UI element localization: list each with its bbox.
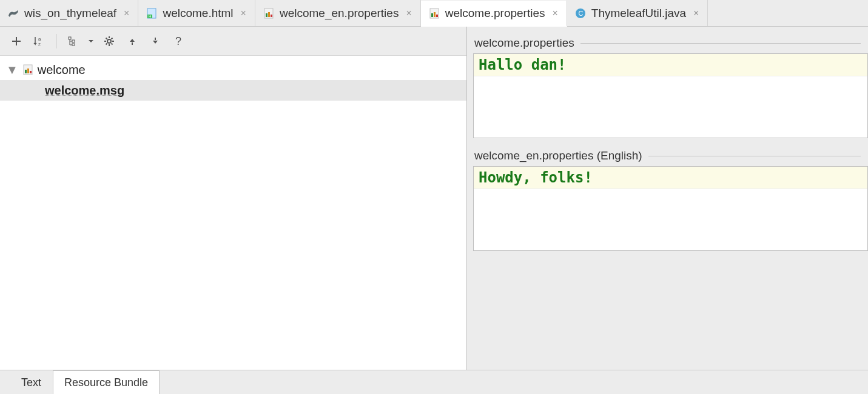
svg-rect-10	[436, 15, 438, 17]
bundle-toolbar: az ?	[0, 27, 466, 56]
editor-group-default: welcome.properties Hallo dan!	[467, 36, 868, 138]
editor-title: welcome.properties	[474, 36, 574, 50]
chevron-down-icon[interactable]: ▼	[6, 63, 18, 77]
bundle-editors: welcome.properties Hallo dan! welcome_en…	[467, 27, 868, 370]
close-icon[interactable]: ×	[552, 8, 557, 19]
svg-rect-9	[434, 12, 436, 17]
editor-group-title: welcome_en.properties (English)	[467, 149, 868, 166]
separator	[56, 34, 56, 48]
help-button[interactable]: ?	[168, 31, 189, 52]
main-area: az ? ▼	[0, 27, 868, 370]
svg-text:C: C	[578, 10, 583, 17]
tab-label: welcome.properties	[445, 7, 545, 20]
tab-label: welcome.html	[163, 7, 233, 20]
svg-rect-22	[27, 68, 29, 73]
tab-wis-on-thymeleaf[interactable]: wis_on_thymeleaf ×	[0, 0, 138, 26]
editor-value[interactable]: Howdy, folks!	[474, 167, 867, 189]
divider	[580, 43, 861, 44]
tree-root[interactable]: ▼ welcome	[0, 59, 466, 80]
close-icon[interactable]: ×	[124, 8, 129, 19]
tree-view-button[interactable]	[62, 31, 83, 52]
close-icon[interactable]: ×	[241, 8, 246, 19]
collapse-all-button[interactable]	[145, 31, 166, 52]
svg-rect-6	[271, 15, 272, 17]
bottom-tab-resource-bundle[interactable]: Resource Bundle	[53, 370, 160, 394]
bottom-tab-label: Resource Bundle	[64, 376, 148, 389]
svg-rect-17	[72, 44, 75, 45]
add-button[interactable]	[6, 31, 27, 52]
bottom-tab-text[interactable]: Text	[10, 370, 53, 394]
close-icon[interactable]: ×	[693, 8, 699, 19]
svg-rect-5	[268, 12, 270, 17]
svg-text:?: ?	[175, 35, 181, 47]
svg-text:H: H	[149, 15, 151, 18]
svg-rect-8	[431, 13, 433, 17]
editor-en[interactable]: Howdy, folks!	[473, 166, 868, 251]
editor-tabs: wis_on_thymeleaf × H welcome.html × welc…	[0, 0, 868, 27]
editor-group-title: welcome.properties	[467, 36, 868, 53]
editor-default[interactable]: Hallo dan!	[473, 53, 868, 138]
editor-value[interactable]: Hallo dan!	[474, 54, 867, 76]
svg-point-18	[107, 39, 111, 43]
tree-key-row[interactable]: welcome.msg	[0, 80, 466, 101]
svg-rect-15	[69, 37, 71, 39]
svg-rect-21	[25, 70, 27, 73]
tab-label: ThymeleafUtil.java	[591, 7, 686, 20]
bundle-tree-panel: az ? ▼	[0, 27, 467, 370]
svg-rect-4	[266, 13, 267, 17]
properties-icon	[263, 7, 275, 19]
svg-rect-16	[72, 40, 75, 42]
expand-all-button[interactable]	[122, 31, 143, 52]
svg-text:z: z	[38, 41, 41, 47]
gradle-icon	[7, 7, 19, 19]
settings-button[interactable]	[99, 31, 119, 52]
tree-key-label: welcome.msg	[45, 84, 124, 98]
html-icon: H	[146, 7, 158, 19]
java-class-icon: C	[574, 7, 587, 19]
dropdown-arrow[interactable]	[86, 31, 96, 52]
tab-welcome-properties[interactable]: welcome.properties ×	[421, 1, 567, 27]
bottom-tabstrip: Text Resource Bundle	[0, 370, 868, 394]
tree-root-label: welcome	[38, 63, 86, 77]
tab-welcome-html[interactable]: H welcome.html ×	[138, 0, 255, 26]
sort-az-button[interactable]: az	[29, 31, 50, 52]
editor-title: welcome_en.properties (English)	[474, 149, 642, 162]
tab-label: wis_on_thymeleaf	[24, 7, 116, 20]
tab-thymeleafutil-java[interactable]: C ThymeleafUtil.java ×	[567, 0, 708, 26]
divider	[648, 156, 861, 156]
bottom-tab-label: Text	[21, 376, 41, 389]
properties-icon	[428, 7, 440, 19]
svg-rect-23	[30, 71, 32, 73]
close-icon[interactable]: ×	[406, 8, 411, 19]
properties-icon	[22, 64, 34, 76]
tab-welcome-en-properties[interactable]: welcome_en.properties ×	[255, 0, 421, 26]
bundle-tree[interactable]: ▼ welcome welcome.msg	[0, 56, 466, 370]
tab-label: welcome_en.properties	[280, 7, 399, 20]
editor-group-en: welcome_en.properties (English) Howdy, f…	[467, 149, 868, 251]
